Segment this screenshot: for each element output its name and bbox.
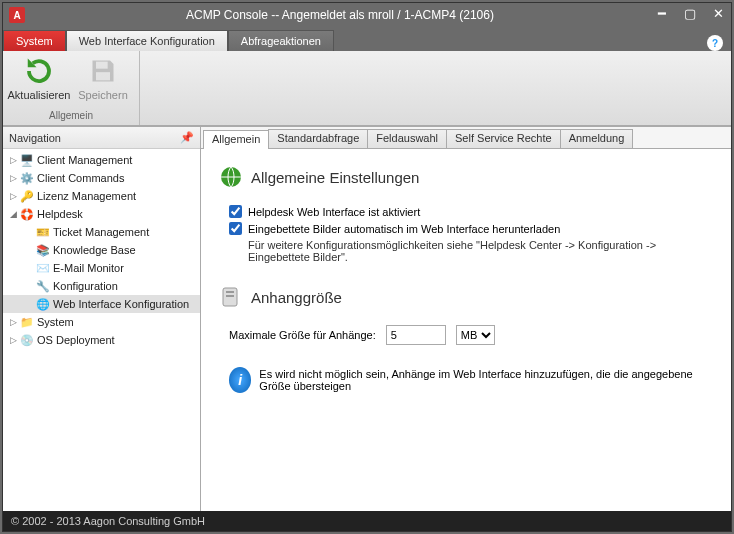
window-title: ACMP Console -- Angemeldet als mroll / 1… xyxy=(25,8,655,22)
save-icon xyxy=(87,55,119,87)
max-size-input[interactable] xyxy=(386,325,446,345)
help-icon[interactable]: ? xyxy=(707,35,723,51)
navigation-header: Navigation 📌 xyxy=(3,127,200,149)
maximize-button[interactable]: ▢ xyxy=(683,8,697,22)
minimize-button[interactable]: ━ xyxy=(655,8,669,22)
deploy-icon: 💿 xyxy=(19,332,35,348)
svg-rect-1 xyxy=(96,72,110,80)
content-area: Allgemeine Einstellungen Helpdesk Web In… xyxy=(201,149,731,511)
app-icon: A xyxy=(9,7,25,23)
system-icon: 📁 xyxy=(19,314,35,330)
subtab-anmeldung[interactable]: Anmeldung xyxy=(560,129,634,148)
tree-item-client-management[interactable]: ▷🖥️Client Management xyxy=(3,151,200,169)
ribbon: Aktualisieren Speichern Allgemein xyxy=(3,51,731,126)
email-icon: ✉️ xyxy=(35,260,51,276)
subtab-allgemein[interactable]: Allgemein xyxy=(203,130,269,149)
helpdesk-icon: 🛟 xyxy=(19,206,35,222)
clients-icon: 🖥️ xyxy=(19,152,35,168)
section-anhanggroesse: Anhanggröße xyxy=(219,285,713,309)
knowledge-icon: 📚 xyxy=(35,242,51,258)
ticket-icon: 🎫 xyxy=(35,224,51,240)
pin-icon[interactable]: 📌 xyxy=(180,131,194,144)
tree-item-system[interactable]: ▷📁System xyxy=(3,313,200,331)
tree-item-helpdesk[interactable]: ◢🛟Helpdesk xyxy=(3,205,200,223)
status-bar: © 2002 - 2013 Aagon Consulting GmbH xyxy=(3,511,731,531)
checkbox-eingebettete-bilder[interactable] xyxy=(229,222,242,235)
hint-eingebettete-bilder: Für weitere Konfigurationsmöglichkeiten … xyxy=(248,239,713,263)
max-size-unit-select[interactable]: MB xyxy=(456,325,495,345)
sub-tab-bar: Allgemein Standardabfrage Feldauswahl Se… xyxy=(201,127,731,149)
tree-item-os-deployment[interactable]: ▷💿OS Deployment xyxy=(3,331,200,349)
ribbon-group-label: Allgemein xyxy=(49,110,93,121)
tree-item-knowledge-base[interactable]: 📚Knowledge Base xyxy=(3,241,200,259)
svg-rect-0 xyxy=(96,62,108,69)
config-icon: 🔧 xyxy=(35,278,51,294)
svg-rect-4 xyxy=(226,291,234,293)
section-allgemeine-einstellungen: Allgemeine Einstellungen xyxy=(219,165,713,189)
tree-item-lizenz-management[interactable]: ▷🔑Lizenz Management xyxy=(3,187,200,205)
license-icon: 🔑 xyxy=(19,188,35,204)
tree-item-email-monitor[interactable]: ✉️E-Mail Monitor xyxy=(3,259,200,277)
checkbox-eingebettete-label: Eingebettete Bilder automatisch im Web I… xyxy=(248,223,560,235)
tree-item-client-commands[interactable]: ▷⚙️Client Commands xyxy=(3,169,200,187)
tree-item-web-interface-konfiguration[interactable]: 🌐Web Interface Konfiguration xyxy=(3,295,200,313)
globe-icon: 🌐 xyxy=(35,296,51,312)
close-button[interactable]: ✕ xyxy=(711,8,725,22)
speichern-button: Speichern xyxy=(75,55,131,101)
tree-item-ticket-management[interactable]: 🎫Ticket Management xyxy=(3,223,200,241)
commands-icon: ⚙️ xyxy=(19,170,35,186)
navigation-panel: Navigation 📌 ▷🖥️Client Management ▷⚙️Cli… xyxy=(3,127,201,511)
info-icon: i xyxy=(229,367,251,393)
navigation-tree: ▷🖥️Client Management ▷⚙️Client Commands … xyxy=(3,149,200,511)
tab-web-interface-konfiguration[interactable]: Web Interface Konfiguration xyxy=(66,30,228,51)
main-tab-bar: System Web Interface Konfiguration Abfra… xyxy=(3,27,731,51)
attachment-icon xyxy=(219,285,243,309)
globe-settings-icon xyxy=(219,165,243,189)
aktualisieren-button[interactable]: Aktualisieren xyxy=(11,55,67,101)
max-size-label: Maximale Größe für Anhänge: xyxy=(229,329,376,341)
checkbox-helpdesk-label: Helpdesk Web Interface ist aktiviert xyxy=(248,206,420,218)
refresh-icon xyxy=(23,55,55,87)
subtab-standardabfrage[interactable]: Standardabfrage xyxy=(268,129,368,148)
checkbox-helpdesk-aktiviert[interactable] xyxy=(229,205,242,218)
subtab-self-service-rechte[interactable]: Self Service Rechte xyxy=(446,129,561,148)
svg-rect-5 xyxy=(226,295,234,297)
title-bar: A ACMP Console -- Angemeldet als mroll /… xyxy=(3,3,731,27)
tab-abfrageaktionen[interactable]: Abfrageaktionen xyxy=(228,30,334,51)
tree-item-konfiguration[interactable]: 🔧Konfiguration xyxy=(3,277,200,295)
tab-system[interactable]: System xyxy=(3,30,66,51)
subtab-feldauswahl[interactable]: Feldauswahl xyxy=(367,129,447,148)
info-text: Es wird nicht möglich sein, Anhänge im W… xyxy=(259,368,713,392)
